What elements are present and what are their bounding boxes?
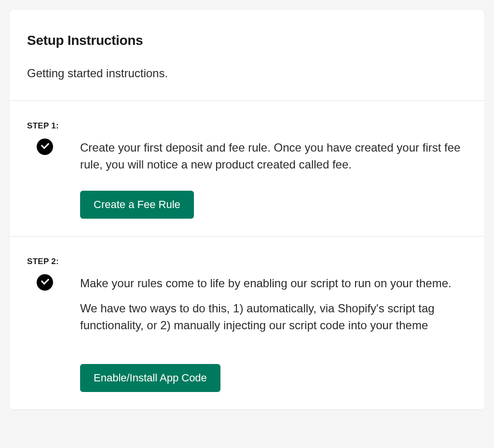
- step-2: STEP 2: Make your rules come to life by …: [10, 237, 484, 409]
- create-fee-rule-button[interactable]: Create a Fee Rule: [80, 191, 194, 219]
- setup-instructions-card: Setup Instructions Getting started instr…: [10, 10, 484, 410]
- step-2-body: Make your rules come to life by enabling…: [27, 275, 467, 392]
- step-2-content: Make your rules come to life by enabling…: [80, 275, 467, 392]
- step-2-label: STEP 2:: [27, 257, 467, 266]
- check-circle-icon: [37, 139, 53, 155]
- card-header: Setup Instructions Getting started instr…: [10, 10, 484, 100]
- divider: [10, 409, 484, 410]
- step-1-status-icon: [37, 139, 53, 155]
- step-1-label: STEP 1:: [27, 121, 467, 131]
- enable-install-app-code-button[interactable]: Enable/Install App Code: [80, 364, 220, 392]
- page-title: Setup Instructions: [27, 33, 467, 48]
- step-1-description: Create your first deposit and fee rule. …: [80, 140, 467, 173]
- page-subtitle: Getting started instructions.: [27, 67, 467, 80]
- step-1-content: Create your first deposit and fee rule. …: [80, 140, 467, 219]
- step-1: STEP 1: Create your first deposit and fe…: [10, 101, 484, 236]
- step-2-status-icon: [37, 274, 53, 291]
- step-2-description-2: We have two ways to do this, 1) automati…: [80, 300, 467, 334]
- check-circle-icon: [37, 274, 53, 291]
- step-1-body: Create your first deposit and fee rule. …: [27, 140, 467, 219]
- step-2-description-1: Make your rules come to life by enabling…: [80, 275, 467, 292]
